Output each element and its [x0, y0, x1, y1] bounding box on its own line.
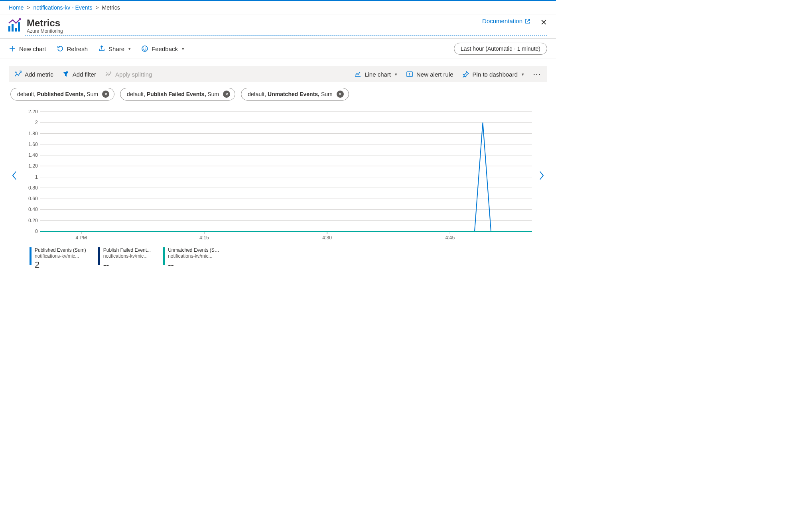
svg-text:2: 2	[35, 120, 38, 126]
svg-rect-2	[15, 28, 17, 32]
svg-text:0.60: 0.60	[28, 196, 38, 202]
chart-prev-button[interactable]	[9, 108, 20, 243]
metric-pill[interactable]: default, Unmatched Events, Sum ✕	[241, 88, 349, 101]
chart-legend: Published Events (Sum) notifications-kv/…	[9, 243, 547, 270]
legend-scope: notifications-kv/mic...	[103, 253, 151, 259]
pill-text: default, Publish Failed Events, Sum	[127, 91, 219, 97]
svg-text:4:15: 4:15	[199, 235, 209, 241]
chart-area[interactable]: 00.200.400.600.8011.201.401.601.8022.204…	[20, 108, 536, 243]
svg-point-8	[106, 72, 107, 73]
refresh-icon	[57, 45, 64, 52]
legend-value: --	[103, 259, 151, 270]
breadcrumb-current: Metrics	[102, 4, 120, 11]
feedback-button[interactable]: Feedback ▾	[141, 45, 184, 52]
legend-name: Unmatched Events (Sum)	[168, 247, 220, 253]
share-button[interactable]: Share ▾	[98, 45, 131, 52]
time-range-picker[interactable]: Last hour (Automatic - 1 minute)	[454, 43, 547, 55]
metric-pills: default, Published Events, Sum ✕ default…	[9, 82, 547, 101]
svg-text:0.20: 0.20	[28, 218, 38, 223]
metrics-icon	[7, 18, 22, 33]
line-chart: 00.200.400.600.8011.201.401.601.8022.204…	[20, 108, 536, 243]
pin-dashboard-button[interactable]: Pin to dashboard ▾	[462, 71, 524, 78]
legend-scope: notifications-kv/mic...	[168, 253, 220, 259]
filter-icon	[62, 71, 69, 78]
svg-point-10	[110, 71, 111, 72]
share-label: Share	[108, 45, 124, 52]
svg-text:1.60: 1.60	[28, 142, 38, 147]
refresh-label: Refresh	[67, 45, 88, 52]
metric-pill[interactable]: default, Published Events, Sum ✕	[10, 88, 114, 101]
chevron-down-icon: ▾	[395, 72, 397, 77]
line-chart-icon	[354, 71, 361, 78]
add-metric-icon	[14, 71, 22, 78]
breadcrumb-parent[interactable]: notifications-kv - Events	[34, 4, 93, 11]
external-link-icon	[525, 18, 530, 24]
svg-text:2.20: 2.20	[28, 109, 38, 114]
legend-value: 2	[35, 259, 86, 270]
svg-text:4:30: 4:30	[322, 235, 332, 241]
plus-icon	[9, 45, 16, 52]
legend-item[interactable]: Published Events (Sum) notifications-kv/…	[30, 247, 86, 270]
svg-text:1.20: 1.20	[28, 164, 38, 169]
pill-text: default, Published Events, Sum	[17, 91, 98, 97]
refresh-button[interactable]: Refresh	[57, 45, 88, 52]
more-actions-button[interactable]: ⋯	[533, 69, 542, 79]
svg-point-6	[144, 48, 144, 49]
svg-text:1.80: 1.80	[28, 131, 38, 136]
pill-text: default, Unmatched Events, Sum	[248, 91, 332, 97]
legend-name: Publish Failed Event...	[103, 247, 151, 253]
chart-wrap: 00.200.400.600.8011.201.401.601.8022.204…	[9, 108, 547, 243]
chart-type-label: Line chart	[365, 71, 391, 78]
legend-text: Publish Failed Event... notifications-kv…	[103, 247, 151, 270]
legend-color-swatch	[98, 247, 100, 265]
new-alert-rule-button[interactable]: New alert rule	[406, 71, 453, 78]
svg-text:1: 1	[35, 174, 38, 180]
svg-text:4 PM: 4 PM	[75, 235, 87, 241]
chevron-down-icon: ▾	[522, 72, 524, 77]
chevron-down-icon: ▾	[182, 46, 184, 51]
legend-color-swatch	[30, 247, 32, 265]
pin-dashboard-label: Pin to dashboard	[473, 71, 518, 78]
svg-rect-0	[8, 26, 10, 32]
svg-text:1.40: 1.40	[28, 153, 38, 158]
svg-point-7	[146, 48, 146, 49]
apply-splitting-label: Apply splitting	[115, 71, 152, 78]
documentation-link[interactable]: Documentation	[482, 18, 530, 24]
svg-rect-3	[18, 22, 20, 32]
close-button[interactable]: ✕	[540, 18, 547, 26]
add-filter-label: Add filter	[73, 71, 96, 78]
add-metric-button[interactable]: Add metric	[14, 71, 53, 78]
legend-name: Published Events (Sum)	[35, 247, 86, 253]
page-header: Metrics Azure Monitoring Documentation ✕	[0, 14, 556, 39]
svg-point-9	[108, 73, 109, 73]
legend-item[interactable]: Publish Failed Event... notifications-kv…	[98, 247, 151, 270]
legend-text: Unmatched Events (Sum) notifications-kv/…	[168, 247, 220, 270]
svg-point-5	[142, 46, 148, 51]
chart-card: Add metric Add filter Apply splitting Li…	[9, 66, 547, 270]
chart-next-button[interactable]	[536, 108, 547, 243]
page-title: Metrics	[27, 18, 544, 28]
chevron-down-icon: ▾	[128, 46, 131, 51]
legend-color-swatch	[163, 247, 165, 265]
chart-type-dropdown[interactable]: Line chart ▾	[354, 71, 397, 78]
chart-toolbar: Add metric Add filter Apply splitting Li…	[9, 66, 547, 82]
breadcrumb: Home > notifications-kv - Events > Metri…	[0, 1, 556, 14]
breadcrumb-home[interactable]: Home	[9, 4, 24, 11]
page-toolbar: New chart Refresh Share ▾ Feedback ▾ Las…	[0, 39, 556, 59]
svg-text:4:45: 4:45	[445, 235, 455, 241]
remove-pill-icon[interactable]: ✕	[337, 91, 344, 98]
alert-icon	[406, 71, 413, 78]
add-metric-label: Add metric	[25, 71, 53, 78]
feedback-label: Feedback	[152, 45, 178, 52]
remove-pill-icon[interactable]: ✕	[223, 91, 230, 98]
remove-pill-icon[interactable]: ✕	[102, 91, 109, 98]
svg-text:0.40: 0.40	[28, 207, 38, 213]
svg-text:0: 0	[35, 229, 38, 234]
new-chart-button[interactable]: New chart	[9, 45, 46, 52]
documentation-label: Documentation	[482, 18, 522, 24]
new-chart-label: New chart	[19, 45, 46, 52]
metric-pill[interactable]: default, Publish Failed Events, Sum ✕	[120, 88, 235, 101]
share-icon	[98, 45, 105, 52]
add-filter-button[interactable]: Add filter	[62, 71, 96, 78]
legend-item[interactable]: Unmatched Events (Sum) notifications-kv/…	[163, 247, 220, 270]
